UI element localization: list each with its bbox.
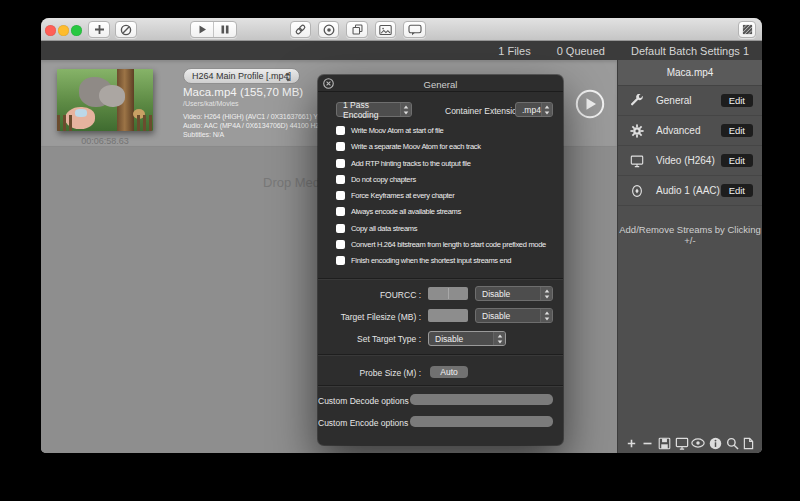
edit-audio-button[interactable]: Edit: [721, 184, 753, 197]
chevron-updown-icon: [400, 103, 411, 116]
remove-file-button[interactable]: [115, 21, 137, 38]
thumbnail-wolf-2: [99, 85, 125, 107]
save-icon[interactable]: [658, 436, 672, 450]
probe-size-auto-button[interactable]: Auto: [430, 366, 468, 378]
start-encoding-button[interactable]: [191, 22, 213, 37]
container-extension-dropdown[interactable]: .mp4: [515, 102, 553, 117]
checkbox-label: Convert H.264 bitstream from length to s…: [351, 240, 546, 249]
fourcc-dropdown[interactable]: Disable: [475, 286, 553, 301]
file-path: /Users/kat/Movies: [183, 100, 239, 107]
checkbox[interactable]: [336, 207, 345, 216]
checkbox-row[interactable]: Force Keyframes at every chapter: [336, 191, 546, 200]
checkbox[interactable]: [336, 224, 345, 233]
checkbox-row[interactable]: Finish encoding when the shortest input …: [336, 256, 546, 265]
document-icon[interactable]: [742, 436, 756, 450]
files-count: 1 Files: [498, 45, 530, 57]
add-stream-button[interactable]: [624, 436, 638, 450]
checkbox[interactable]: [336, 240, 345, 249]
remove-stream-button[interactable]: [641, 436, 655, 450]
log-console-button[interactable]: [403, 21, 426, 38]
link-streams-button[interactable]: [290, 21, 311, 38]
checkbox-label: Do not copy chapters: [351, 175, 416, 184]
target-filesize-input[interactable]: [428, 309, 468, 322]
checkbox-label: Write a separate Moov Atom for each trac…: [351, 142, 481, 151]
chevron-updown-icon: [285, 72, 291, 82]
custom-encode-label: Custom Encode options: [318, 418, 406, 428]
pass-encoding-value: 1 Pass Encoding: [343, 100, 400, 120]
sidebar-item-audio[interactable]: Audio 1 (AAC) Edit: [618, 176, 762, 206]
edit-general-button[interactable]: Edit: [721, 94, 753, 107]
image-icon: [379, 24, 392, 36]
titlebar: [41, 18, 762, 41]
target-filesize-dropdown[interactable]: Disable: [475, 308, 553, 323]
minimize-window-button[interactable]: [58, 25, 69, 36]
record-button[interactable]: [318, 21, 339, 38]
target-filesize-label: Target Filesize (MB) :: [318, 312, 421, 322]
video-thumbnail: [57, 69, 153, 131]
pause-encoding-button[interactable]: [214, 22, 236, 37]
fourcc-input[interactable]: [428, 287, 468, 300]
batch-settings-button[interactable]: [738, 21, 756, 38]
chevron-updown-icon: [493, 332, 505, 345]
fourcc-dropdown-value: Disable: [482, 289, 510, 299]
video-info: Video: H264 (HIGH) (AVC1 / 0X31637661) Y…: [183, 112, 323, 121]
audio-info: Audio: AAC (MP4A / 0X6134706D) 44100 HZ: [183, 121, 320, 130]
checkbox[interactable]: [336, 142, 345, 151]
close-window-button[interactable]: [45, 25, 56, 36]
thumbnail-timecode: 00:06:58.63: [57, 136, 153, 146]
pass-encoding-dropdown[interactable]: 1 Pass Encoding: [336, 102, 412, 117]
add-icon: [94, 24, 105, 35]
copy-icon: [351, 23, 364, 36]
display-preview-icon[interactable]: [675, 436, 689, 450]
checkbox-row[interactable]: Convert H.264 bitstream from length to s…: [336, 240, 546, 249]
set-target-type-dropdown[interactable]: Disable: [428, 331, 506, 346]
checkbox-row[interactable]: Do not copy chapters: [336, 175, 546, 184]
checkbox-label: Write Moov Atom at start of file: [351, 126, 443, 135]
sidebar-item-label: Advanced: [656, 125, 700, 136]
batch-settings-label[interactable]: Default Batch Settings 1: [631, 45, 749, 57]
custom-decode-input[interactable]: [410, 394, 553, 405]
add-file-button[interactable]: [88, 21, 110, 38]
chevron-updown-icon: [541, 103, 552, 116]
sidebar-item-label: Audio 1 (AAC): [656, 185, 720, 196]
zoom-window-button[interactable]: [71, 25, 82, 36]
link-icon: [294, 23, 307, 36]
record-icon: [323, 24, 335, 36]
edit-advanced-button[interactable]: Edit: [721, 124, 753, 137]
checkbox[interactable]: [336, 126, 345, 135]
sidebar-item-general[interactable]: General Edit: [618, 86, 762, 116]
sidebar-item-video[interactable]: Video (H264) Edit: [618, 146, 762, 176]
wrench-icon: [630, 94, 644, 108]
sidebar-item-advanced[interactable]: Advanced Edit: [618, 116, 762, 146]
checkbox-row[interactable]: Write Moov Atom at start of file: [336, 126, 546, 135]
eye-icon[interactable]: [691, 436, 705, 450]
checkbox-row[interactable]: Add RTP hinting tracks to the output fil…: [336, 159, 546, 168]
add-remove-streams-note: Add/Remove Streams by Clicking +/-: [618, 224, 762, 246]
checkbox-row[interactable]: Write a separate Moov Atom for each trac…: [336, 142, 546, 151]
container-extension-label: Container Extension:: [445, 106, 524, 116]
gear-icon: [630, 124, 644, 138]
edit-video-button[interactable]: Edit: [721, 154, 753, 167]
status-bar: 1 Files 0 Queued Default Batch Settings …: [41, 41, 762, 60]
preview-play-button[interactable]: [575, 89, 605, 119]
fourcc-label: FOURCC :: [318, 290, 421, 300]
set-target-type-value: Disable: [435, 334, 463, 344]
dialog-header: General: [318, 75, 563, 92]
container-extension-value: .mp4: [522, 105, 541, 115]
checkbox[interactable]: [336, 159, 345, 168]
batch-copy-button[interactable]: [346, 21, 368, 38]
checkbox[interactable]: [336, 175, 345, 184]
checkbox-row[interactable]: Copy all data streams: [336, 224, 546, 233]
search-icon[interactable]: [725, 436, 739, 450]
thumbnail-fence-right: [137, 115, 153, 131]
checkbox-label: Add RTP hinting tracks to the output fil…: [351, 159, 471, 168]
preset-dropdown[interactable]: H264 Main Profile [.mp4]: [183, 68, 300, 84]
custom-encode-input[interactable]: [410, 416, 553, 427]
checkbox[interactable]: [336, 256, 345, 265]
checkbox[interactable]: [336, 191, 345, 200]
checkbox-row[interactable]: Always encode all available streams: [336, 207, 546, 216]
preview-image-button[interactable]: [375, 21, 396, 38]
preset-dropdown-value: H264 Main Profile [.mp4]: [192, 71, 291, 81]
info-icon[interactable]: [708, 436, 722, 450]
queued-count: 0 Queued: [557, 45, 605, 57]
